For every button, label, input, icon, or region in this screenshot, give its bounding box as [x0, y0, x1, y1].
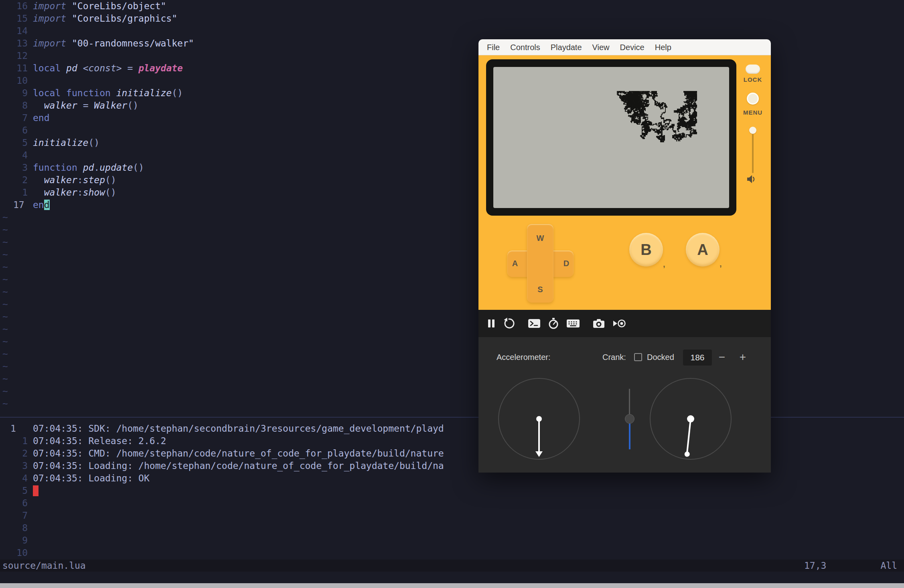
code-text: initialize() — [33, 137, 99, 149]
menu-button[interactable] — [747, 93, 759, 105]
toolbar — [478, 310, 771, 337]
log-line: 10 — [0, 547, 904, 559]
line-number: 1 — [0, 186, 28, 199]
line-number: 11 — [0, 62, 28, 75]
menu-label: MENU — [738, 109, 767, 116]
z-slider-track — [629, 389, 630, 414]
line-number: 6 — [0, 124, 28, 137]
statusline-scroll-indicator: All — [880, 560, 897, 572]
code-text: local function initialize() — [33, 87, 183, 99]
menu-item-controls[interactable]: Controls — [505, 39, 545, 55]
z-slider-fill — [629, 424, 630, 449]
log-line: 5 — [0, 485, 904, 497]
log-text: 07:04:35: Loading: /home/stephan/code/na… — [33, 460, 444, 472]
menu-item-help[interactable]: Help — [650, 39, 677, 55]
line-number: 2 — [0, 174, 28, 186]
speaker-icon — [746, 174, 758, 186]
crank-knob[interactable] — [749, 127, 756, 134]
line-number: 3 — [0, 162, 28, 174]
menu-item-device[interactable]: Device — [615, 39, 650, 55]
dpad-left-label: A — [509, 258, 521, 269]
accelerometer-vector-line — [538, 419, 540, 453]
code-text: local pd <const> = playdate — [33, 62, 183, 75]
crank-increment-button[interactable]: + — [737, 350, 749, 366]
log-line: 8 — [0, 522, 904, 534]
dpad-right-label: D — [560, 258, 572, 269]
menu-item-view[interactable]: View — [587, 39, 615, 55]
line-number: 17 — [0, 199, 28, 211]
screenshot-icon[interactable] — [590, 310, 608, 337]
crank-decrement-button[interactable]: − — [716, 350, 728, 366]
code-line: 14 — [0, 25, 904, 37]
line-number: 8 — [0, 99, 28, 112]
z-slider-knob[interactable] — [625, 414, 634, 424]
code-line: 16import "CoreLibs/object" — [0, 0, 904, 12]
playdate-simulator-window: FileControlsPlaydateViewDeviceHelp LOCK … — [478, 39, 771, 473]
accelerometer-center-dot — [536, 416, 542, 422]
line-number: 16 — [0, 0, 28, 12]
log-line: 7 — [0, 509, 904, 522]
crank-angle-value[interactable]: 186 — [683, 350, 712, 366]
statusline: source/main.lua 17,3 All — [0, 560, 904, 572]
button-a[interactable]: A — [686, 233, 720, 267]
line-number: 13 — [0, 37, 28, 50]
line-number: 3 — [0, 460, 28, 472]
button-b[interactable]: B — [629, 233, 663, 267]
docked-checkbox[interactable] — [634, 353, 642, 361]
lock-label: LOCK — [738, 76, 767, 83]
dpad-down-label: S — [534, 284, 546, 295]
command-line — [0, 572, 904, 583]
console-icon[interactable] — [525, 310, 543, 337]
line-number: 9 — [0, 534, 28, 547]
code-text: end — [33, 112, 50, 124]
crank-dial-center-dot — [687, 415, 694, 422]
code-text: function pd.update() — [33, 162, 144, 174]
button-a-label: A — [697, 241, 708, 259]
line-number: 7 — [0, 509, 28, 522]
pause-icon[interactable] — [482, 310, 500, 337]
statusline-cursor-position: 17,3 — [804, 560, 826, 572]
line-number: 15 — [0, 12, 28, 25]
dpad-up-label: W — [534, 233, 546, 243]
line-number: 5 — [0, 485, 28, 497]
line-number: 5 — [0, 137, 28, 149]
line-number: 1 — [0, 435, 28, 447]
accelerometer-arrowhead-icon — [535, 451, 543, 457]
line-number: 10 — [0, 75, 28, 87]
code-text: import "CoreLibs/graphics" — [33, 12, 177, 25]
log-text: 07:04:35: SDK: /home/stephan/secondbrain… — [33, 422, 444, 435]
stopwatch-icon[interactable] — [545, 310, 562, 337]
log-text: 07:04:35: Loading: OK — [33, 472, 150, 485]
log-line: 6 — [0, 497, 904, 509]
terminal-cursor — [33, 485, 39, 496]
line-number: 4 — [0, 149, 28, 162]
code-text: walker:step() — [33, 174, 116, 186]
crank-label: Crank: — [602, 352, 626, 362]
restart-icon[interactable] — [500, 310, 518, 337]
line-number: 2 — [0, 447, 28, 460]
lock-switch[interactable] — [746, 65, 760, 74]
line-number: 4 — [0, 472, 28, 485]
log-line: 407:04:35: Loading: OK — [0, 472, 904, 485]
line-number: 14 — [0, 25, 28, 37]
code-text: walker = Walker() — [33, 99, 138, 112]
keyboard-icon[interactable] — [564, 310, 582, 337]
code-text: walker:show() — [33, 186, 116, 199]
button-b-label: B — [641, 241, 651, 259]
menu-item-file[interactable]: File — [482, 39, 505, 55]
line-number: 8 — [0, 522, 28, 534]
line-number: 6 — [0, 497, 28, 509]
code-text: import "CoreLibs/object" — [33, 0, 166, 12]
menu-item-playdate[interactable]: Playdate — [545, 39, 587, 55]
screen: 16import "CoreLibs/object"15import "Core… — [0, 0, 904, 588]
record-icon[interactable] — [610, 310, 628, 337]
docked-label: Docked — [647, 352, 674, 362]
line-number: 7 — [0, 112, 28, 124]
line-number: 1 — [0, 422, 28, 435]
code-text: end — [33, 199, 50, 211]
statusline-file: source/main.lua — [2, 560, 86, 572]
line-number: 9 — [0, 87, 28, 99]
bottom-edge-strip — [0, 583, 904, 588]
crank-slot — [752, 134, 754, 173]
line-number: 12 — [0, 50, 28, 62]
